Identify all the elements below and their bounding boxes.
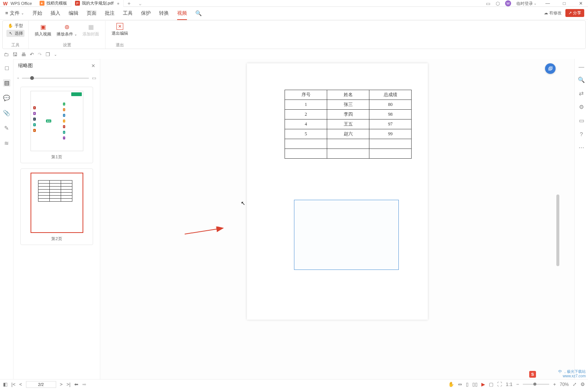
play-conditions-button[interactable]: ⊚播放条件 ⌄ (54, 22, 80, 38)
save-icon[interactable]: 🖫 (12, 52, 17, 57)
redo-icon[interactable]: ↷ (38, 52, 42, 57)
close-button[interactable]: ✕ (575, 1, 586, 6)
zoom-in-large-icon[interactable]: ▭ (92, 75, 96, 81)
copy-icon[interactable]: ❐ (46, 52, 50, 57)
cube-icon[interactable]: ⬡ (496, 1, 500, 6)
fit-page-icon[interactable]: ⛶ (497, 381, 502, 387)
close-panel-icon[interactable]: ✕ (91, 63, 95, 69)
next-page-icon[interactable]: > (60, 381, 63, 387)
read-mode-icon[interactable]: ▢ (489, 381, 493, 387)
last-page-icon[interactable]: >| (66, 381, 70, 387)
thumbnail-list: 规划 A B C D E 1 2 3 4 5 6 7 第1页 (14, 84, 100, 379)
mini-table (38, 180, 72, 202)
thumbnail-card[interactable]: 第2页 (20, 168, 93, 245)
book-icon[interactable]: ▭ (579, 117, 584, 124)
login-button[interactable]: 临时登录 ⌄ (516, 1, 537, 6)
left-rail: ◻ ▤ 💬 📎 ✎ ≋ (0, 59, 14, 379)
bookmark-icon[interactable]: ◻ (3, 64, 11, 72)
actual-size-icon[interactable]: 1:1 (506, 381, 513, 387)
menu-annotate[interactable]: 批注 (105, 10, 115, 17)
vertical-scrollbar[interactable] (556, 63, 559, 375)
main-area: ◻ ▤ 💬 📎 ✎ ≋ 缩略图 ✕ ▫ ▭ 规划 A B C D (0, 59, 588, 379)
search-icon[interactable]: 🔍 (195, 10, 202, 16)
minus-icon[interactable]: — (579, 63, 584, 70)
tab-add-button[interactable]: + (124, 0, 134, 6)
group-label: 工具 (11, 42, 20, 48)
thumbnails-icon[interactable]: ▤ (3, 79, 11, 87)
first-page-icon[interactable]: |< (11, 381, 15, 387)
comment-icon[interactable]: 💬 (3, 94, 11, 102)
select-tool[interactable]: ↖选择 (6, 30, 24, 37)
hand-mode-icon[interactable]: ✋ (448, 381, 454, 387)
hand-tool[interactable]: ✋手型 (6, 22, 24, 29)
signature-icon[interactable]: ✎ (3, 124, 11, 132)
title-bar: W WPS Office ✦ 找稻壳模板 P 我的大学规划.pdf ● + ⌄ … (0, 0, 588, 7)
layers-icon[interactable]: ≋ (3, 139, 11, 147)
presentation-icon[interactable]: ▶ (481, 381, 485, 387)
qat-more-chevron-icon[interactable]: ⌄ (54, 52, 57, 57)
prev-page-icon[interactable]: < (19, 381, 22, 387)
print-icon[interactable]: 🖶 (21, 52, 26, 57)
tab-pdf-doc[interactable]: P 我的大学规划.pdf ● (71, 0, 124, 7)
thumbnail-label: 第1页 (51, 154, 62, 160)
search-icon[interactable]: 🔍 (578, 77, 585, 83)
avatar-icon[interactable]: W (505, 0, 511, 6)
ribbon: ✋手型 ↖选择 工具 ▣插入视频 ⊚播放条件 ⌄ ▦添加封面 设置 ✕退出编辑 … (2, 20, 586, 49)
menu-insert[interactable]: 插入 (51, 10, 60, 17)
status-bar: ◧ |< < 2/2 > >| ⬅ ➡ ✋ ⇔ ▯ ▯▯ ▶ ▢ ⛶ 1:1 −… (0, 379, 588, 389)
has-change-indicator[interactable]: ☁ 有修改 (544, 10, 562, 16)
fullscreen-icon[interactable]: ⤢ (573, 381, 577, 387)
selection-box[interactable] (294, 200, 399, 270)
thumbnail-card[interactable]: 规划 A B C D E 1 2 3 4 5 6 7 第1页 (20, 87, 93, 163)
menubar-right: ☁ 有修改 ↗ 分享 (544, 9, 584, 17)
exit-edit-button[interactable]: ✕退出编辑 (109, 22, 130, 37)
thumbnail-page-2[interactable] (31, 173, 83, 233)
forward-icon[interactable]: ➡ (82, 381, 86, 387)
mouse-cursor-icon: ↖ (241, 200, 245, 206)
tab-template[interactable]: ✦ 找稻壳模板 (36, 0, 71, 7)
insert-video-button[interactable]: ▣插入视频 (32, 22, 54, 38)
share-button[interactable]: ↗ 分享 (565, 9, 584, 17)
settings-corner-icon[interactable]: ⚙ (580, 381, 585, 387)
page-input[interactable]: 2/2 (26, 381, 56, 388)
maximize-button[interactable]: □ (559, 1, 570, 6)
pdf-icon: P (75, 1, 80, 6)
attachment-icon[interactable]: 📎 (3, 109, 11, 117)
menu-convert[interactable]: 转换 (159, 10, 169, 17)
single-page-icon[interactable]: ▯ (466, 381, 469, 387)
zoom-slider[interactable] (523, 384, 549, 385)
sliders-icon[interactable]: ⚙ (579, 104, 584, 110)
assistant-float-button[interactable]: 🗊 (545, 63, 556, 74)
more-icon[interactable]: ⋯ (579, 144, 584, 151)
tab-dirty-dot: ● (117, 1, 119, 6)
menu-start[interactable]: 开始 (32, 10, 42, 17)
thumbnail-page-1[interactable]: 规划 A B C D E 1 2 3 4 5 6 7 (31, 91, 83, 151)
open-icon[interactable]: 🗀 (4, 52, 9, 57)
zoom-out-icon[interactable]: − (516, 381, 519, 387)
menu-video[interactable]: 视频 (177, 10, 187, 20)
thumbnail-panel: 缩略图 ✕ ▫ ▭ 规划 A B C D E 1 2 3 (14, 59, 100, 379)
swap-icon[interactable]: ⇄ (579, 90, 584, 97)
menu-edit[interactable]: 编辑 (69, 10, 78, 17)
zoom-value[interactable]: 70% (560, 382, 569, 387)
right-rail: — 🔍 ⇄ ⚙ ▭ ? ⋯ (574, 59, 588, 379)
zoom-out-small-icon[interactable]: ▫ (17, 75, 19, 81)
arrow-annotation-icon (184, 227, 225, 236)
two-page-icon[interactable]: ▯▯ (472, 381, 478, 387)
undo-icon[interactable]: ↶ (30, 52, 34, 57)
back-icon[interactable]: ⬅ (74, 381, 78, 387)
pdf-page: 序号 姓名 总成绩 1张三80 2李四98 4王五97 5赵六99 (247, 63, 428, 320)
menu-page[interactable]: 页面 (87, 10, 96, 17)
thumb-zoom-slider[interactable] (22, 78, 89, 79)
fit-width-icon[interactable]: ⇔ (458, 381, 462, 387)
tab-menu-chevron-icon[interactable]: ⌄ (134, 0, 146, 6)
minimize-button[interactable]: — (542, 1, 553, 6)
zoom-in-icon[interactable]: + (553, 381, 556, 387)
menu-tools[interactable]: 工具 (123, 10, 133, 17)
help-icon[interactable]: ? (580, 131, 583, 137)
document-canvas[interactable]: 序号 姓名 总成绩 1张三80 2李四98 4王五97 5赵六99 ↖ 🗊 (100, 59, 574, 379)
sidebar-toggle-icon[interactable]: ◧ (3, 381, 8, 387)
panel-icon[interactable]: ▭ (486, 1, 490, 6)
menu-protect[interactable]: 保护 (141, 10, 151, 17)
file-menu[interactable]: ≡ 文件 ⌄ (5, 10, 24, 17)
